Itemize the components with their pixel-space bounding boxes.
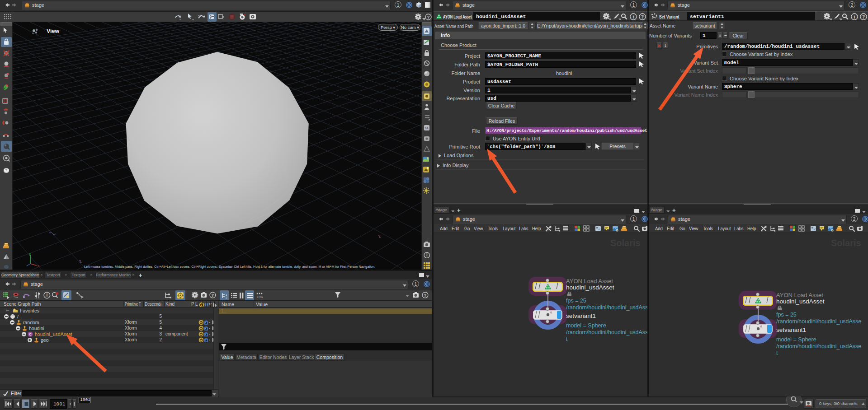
svg-text:x: x bbox=[38, 264, 39, 267]
svg-text:2: 2 bbox=[377, 234, 381, 239]
svg-text:2: 2 bbox=[226, 296, 227, 299]
svg-text:i: i bbox=[46, 293, 47, 298]
svg-text:?: ? bbox=[424, 293, 427, 298]
svg-text:i: i bbox=[854, 14, 855, 19]
svg-text:?: ? bbox=[862, 14, 865, 19]
svg-text:C: C bbox=[29, 332, 32, 336]
svg-text:2: 2 bbox=[78, 259, 82, 264]
svg-text:TRS: TRS bbox=[257, 295, 263, 298]
svg-text:?: ? bbox=[427, 15, 430, 19]
svg-text:i: i bbox=[633, 14, 634, 19]
svg-text:?: ? bbox=[641, 14, 644, 19]
svg-text:i: i bbox=[426, 253, 428, 257]
svg-text:?: ? bbox=[212, 293, 214, 298]
svg-text:y: y bbox=[29, 252, 31, 256]
